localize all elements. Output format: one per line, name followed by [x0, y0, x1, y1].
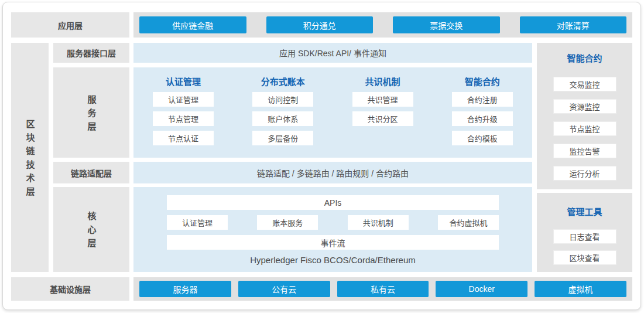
monitoring-node: 监控告警: [553, 144, 616, 158]
service-node: 多层备份: [252, 131, 313, 145]
app-node-bill-exchange: 票据交换: [393, 16, 500, 33]
infrastructure-layer-label: 基础设施层: [11, 277, 129, 301]
service-node: 节点认证: [153, 131, 214, 145]
core-layer-panel: APIs 认证管理 账本服务 共识机制 合约虚拟机 事件流 Hyperledge…: [133, 187, 532, 272]
management-tools-title: 管理工具: [567, 205, 602, 216]
blockchain-tech-band: 区块链技术层 服务器接口层 服务层 链路适配层 核心层 应用 SDK/Rest …: [11, 43, 632, 272]
infra-node-server: 服务器: [139, 281, 231, 297]
diagram-canvas: 应用层 供应链金融 积分通兑 票据交换 对账清算 区块链技术层 服务器接口层 服…: [0, 0, 644, 313]
application-layer-label: 应用层: [11, 12, 129, 38]
sublayer-label-column: 服务器接口层 服务层 链路适配层 核心层: [53, 43, 129, 272]
apis-bar: APIs: [167, 195, 499, 210]
service-node: 共识管理: [352, 92, 413, 107]
service-column-title: 共识机制: [365, 75, 400, 87]
monitoring-panel-title: 智能合约: [567, 52, 602, 63]
blockchain-tech-layer-text: 区块链技术层: [24, 115, 36, 200]
management-tools-panel: 管理工具 日志查看 区块查看: [537, 193, 632, 272]
service-node: 共识分区: [352, 111, 413, 126]
service-node: 访问控制: [252, 92, 313, 107]
app-node-reconciliation: 对账清算: [520, 16, 627, 33]
monitoring-node: 资源监控: [553, 99, 616, 114]
service-node: 节点管理: [153, 111, 214, 126]
adapter-layer-label: 链路适配层: [53, 162, 129, 183]
infra-node-vm: 虚拟机: [535, 281, 626, 297]
blockchain-tech-layer-label: 区块链技术层: [11, 43, 49, 272]
service-column-auth: 认证管理 认证管理 节点管理 节点认证: [133, 75, 233, 158]
service-layer-panel: 认证管理 认证管理 节点管理 节点认证 分布式账本 访问控制 账户体系 多层备份…: [133, 67, 532, 158]
application-layer-strip: 供应链金融 积分通兑 票据交换 对账清算: [133, 12, 632, 38]
service-column-title: 认证管理: [166, 75, 201, 87]
monitoring-node: 运行分析: [553, 166, 616, 181]
infrastructure-layer-strip: 服务器 公有云 私有云 Docker 虚拟机: [133, 277, 632, 301]
tool-node: 区块查看: [553, 250, 616, 265]
core-node: 合约虚拟机: [438, 215, 499, 230]
service-node: 认证管理: [153, 92, 214, 107]
platforms-text: Hyperledger Fisco BCOS/Corda/Ethereum: [167, 255, 499, 265]
core-layer-text: 核心层: [85, 207, 98, 252]
service-node: 合约注册: [452, 92, 513, 107]
core-node: 账本服务: [257, 215, 318, 230]
infrastructure-layer-row: 基础设施层 服务器 公有云 私有云 Docker 虚拟机: [11, 277, 632, 301]
app-node-points-exchange: 积分通兑: [266, 16, 374, 33]
infra-node-private-cloud: 私有云: [337, 281, 429, 297]
event-stream-bar: 事件流: [167, 235, 499, 250]
right-side-column: 智能合约 交易监控 资源监控 节点监控 监控告警 运行分析 管理工具 日志查看 …: [537, 43, 632, 272]
service-column-title: 智能合约: [465, 75, 500, 87]
interface-layer-content: 应用 SDK/Rest API/ 事件通知: [133, 43, 532, 63]
infra-node-public-cloud: 公有云: [238, 281, 330, 297]
service-column-ledger: 分布式账本 访问控制 账户体系 多层备份: [233, 75, 333, 158]
core-layer-label: 核心层: [53, 187, 129, 272]
main-content-column: 应用 SDK/Rest API/ 事件通知 认证管理 认证管理 节点管理 节点认…: [133, 43, 532, 272]
application-layer-row: 应用层 供应链金融 积分通兑 票据交换 对账清算: [11, 12, 632, 38]
app-node-supply-chain-finance: 供应链金融: [139, 16, 246, 33]
service-node: 账户体系: [252, 111, 313, 126]
monitoring-node: 节点监控: [553, 121, 616, 136]
architecture-frame: 应用层 供应链金融 积分通兑 票据交换 对账清算 区块链技术层 服务器接口层 服…: [2, 2, 641, 310]
service-node: 合约模板: [452, 131, 513, 145]
core-module-row: 认证管理 账本服务 共识机制 合约虚拟机: [167, 215, 499, 230]
tool-node: 日志查看: [553, 229, 616, 244]
monitoring-panel: 智能合约 交易监控 资源监控 节点监控 监控告警 运行分析: [537, 43, 632, 189]
service-node: 合约升级: [452, 111, 513, 126]
service-column-consensus: 共识机制 共识管理 共识分区: [333, 75, 433, 158]
interface-layer-label: 服务器接口层: [53, 43, 129, 63]
monitoring-node: 交易监控: [553, 77, 616, 91]
service-column-contract: 智能合约 合约注册 合约升级 合约模板: [433, 75, 532, 158]
core-node: 共识机制: [348, 215, 409, 230]
service-column-title: 分布式账本: [261, 75, 305, 87]
service-layer-text: 服务层: [85, 90, 98, 135]
infra-node-docker: Docker: [436, 281, 527, 297]
adapter-layer-content: 链路适配 / 多链路由 / 路由规则 / 合约路由: [133, 162, 532, 183]
service-layer-label: 服务层: [53, 67, 129, 158]
core-node: 认证管理: [167, 215, 228, 230]
